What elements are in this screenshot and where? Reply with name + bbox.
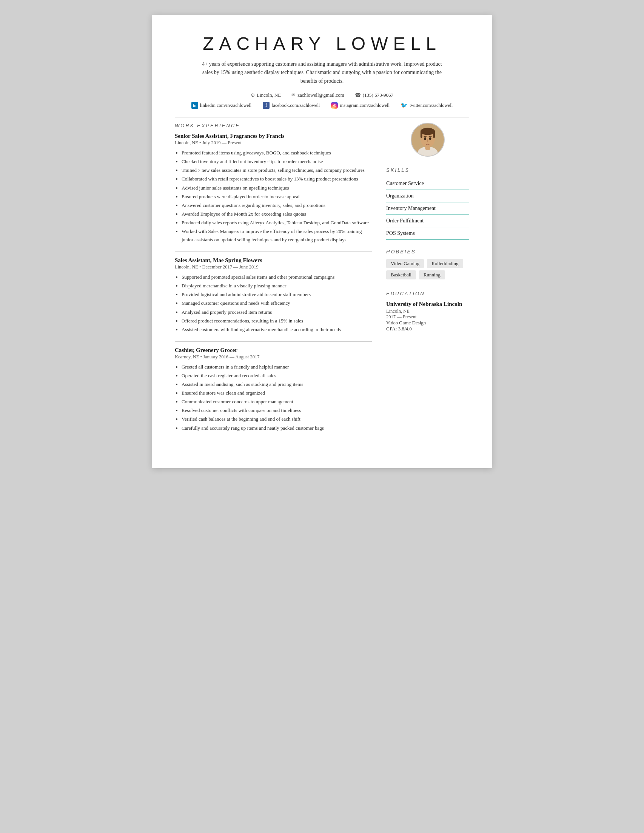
job-title-1: Senior Sales Assistant, Fragrances by Fr… xyxy=(175,133,372,139)
twitter-icon: 🐦 xyxy=(401,102,408,109)
job-dates-3: January 2016 — August 2017 xyxy=(203,354,259,360)
hobby-4: Running xyxy=(419,270,445,280)
facebook-url: facebook.com/zachlowell xyxy=(271,103,320,108)
side-column: SKILLS Customer Service Organization Inv… xyxy=(386,123,469,445)
bullet-2-3: Managed customer questions and needs wit… xyxy=(181,299,372,307)
phone-text: (135) 673-9067 xyxy=(363,92,393,98)
edu-location: Lincoln, NE xyxy=(386,309,469,314)
phone-icon: ☎ xyxy=(355,92,361,98)
location-text: Lincoln, NE xyxy=(257,92,281,98)
bullet-1-5: Ensured products were displayed in order… xyxy=(181,193,372,201)
header-divider xyxy=(175,117,469,117)
bullet-1-8: Produced daily sales reports using Alter… xyxy=(181,219,372,227)
email-icon: ✉ xyxy=(291,92,296,98)
job-block-2: Sales Assistant, Mae Spring Flowers Linc… xyxy=(175,257,372,334)
skills-title: SKILLS xyxy=(386,167,469,173)
job-location-1: Lincoln, NE xyxy=(175,140,198,145)
bullet-3-0: Greeted all customers in a friendly and … xyxy=(181,363,372,371)
bullet-3-2: Assisted in merchandising, such as stock… xyxy=(181,380,372,389)
skill-1: Customer Service xyxy=(386,177,469,190)
bullet-3-5: Resolved customer conflicts with compass… xyxy=(181,406,372,415)
facebook-item: f facebook.com/zachlowell xyxy=(263,102,320,109)
job-block-3: Cashier, Greenery Grocer Kearney, NE • J… xyxy=(175,347,372,433)
bottom-divider xyxy=(175,440,372,440)
linkedin-item: in linkedin.com/in/zachlowell xyxy=(191,102,251,109)
svg-rect-5 xyxy=(421,132,422,138)
twitter-item: 🐦 twitter.com/zachlowell xyxy=(401,102,453,109)
work-experience-title: WORK EXPERIENCE xyxy=(175,123,372,129)
hobbies-section: HOBBIES Video Gaming Rollerblading Baske… xyxy=(386,249,469,282)
job-block-1: Senior Sales Assistant, Fragrances by Fr… xyxy=(175,133,372,244)
bullet-1-3: Collaborated with retail representatives… xyxy=(181,175,372,183)
instagram-url: instagram.com/zachlowell xyxy=(340,103,390,108)
edu-gpa: GPA: 3.8/4.0 xyxy=(386,326,469,332)
edu-university: University of Nebraska Lincoln xyxy=(386,301,469,307)
linkedin-icon: in xyxy=(191,102,198,109)
skill-2: Organization xyxy=(386,190,469,203)
job-title-3: Cashier, Greenery Grocer xyxy=(175,347,372,354)
bullet-2-0: Supported and promoted special sales ite… xyxy=(181,273,372,281)
job-separator-3: • xyxy=(201,354,204,360)
job-dates-2: December 2017 — June 2019 xyxy=(202,264,258,270)
job-meta-2: Lincoln, NE • December 2017 — June 2019 xyxy=(175,264,372,270)
skill-5: POS Systems xyxy=(386,227,469,240)
svg-rect-6 xyxy=(433,132,435,138)
bullet-2-4: Analyzed and properly processed item ret… xyxy=(181,308,372,317)
svg-point-4 xyxy=(421,128,435,135)
social-row: in linkedin.com/in/zachlowell f facebook… xyxy=(175,102,469,109)
facebook-icon: f xyxy=(263,102,270,109)
bullet-2-6: Assisted customers with finding alternat… xyxy=(181,325,372,334)
job-meta-1: Lincoln, NE • July 2019 — Present xyxy=(175,140,372,146)
resume-document: ZACHARY LOWELL 4+ years of experience su… xyxy=(152,15,492,468)
main-column: WORK EXPERIENCE Senior Sales Assistant, … xyxy=(175,123,386,445)
job-dates-1: July 2019 — Present xyxy=(202,140,242,145)
education-section: EDUCATION University of Nebraska Lincoln… xyxy=(386,291,469,332)
job-bullets-2: Supported and promoted special sales ite… xyxy=(181,273,372,334)
summary-text: 4+ years of experience supporting custom… xyxy=(201,60,443,85)
instagram-item: ⊙ instagram.com/zachlowell xyxy=(331,102,390,109)
job-location-2: Lincoln, NE xyxy=(175,264,198,270)
bullet-3-1: Operated the cash register and recorded … xyxy=(181,371,372,380)
bullet-2-5: Offered product recommendations, resulti… xyxy=(181,317,372,325)
skill-3: Inventory Management xyxy=(386,203,469,215)
hobbies-title: HOBBIES xyxy=(386,249,469,254)
edu-dates: 2017 — Present xyxy=(386,314,469,320)
skills-section: SKILLS Customer Service Organization Inv… xyxy=(386,167,469,240)
email-text: zachlowell@gmail.com xyxy=(297,92,344,98)
hobby-3: Basketball xyxy=(386,270,416,280)
avatar xyxy=(411,123,445,157)
avatar-container xyxy=(386,123,469,157)
bullet-1-1: Checked inventory and filled out invento… xyxy=(181,158,372,166)
bullet-2-2: Provided logistical and administrative a… xyxy=(181,290,372,299)
email-item: ✉ zachlowell@gmail.com xyxy=(291,92,344,98)
bullet-3-6: Verified cash balances at the beginning … xyxy=(181,415,372,423)
phone-item: ☎ (135) 673-9067 xyxy=(355,92,393,98)
bullet-3-4: Communicated customer concerns to upper … xyxy=(181,397,372,406)
svg-point-8 xyxy=(429,137,432,140)
job-bullets-3: Greeted all customers in a friendly and … xyxy=(181,363,372,433)
job-title-2: Sales Assistant, Mae Spring Flowers xyxy=(175,257,372,264)
bullet-1-6: Answered customer questions regarding in… xyxy=(181,201,372,209)
job-bullets-1: Promoted featured items using giveaways,… xyxy=(181,149,372,244)
bullet-1-7: Awarded Employee of the Month 2x for exc… xyxy=(181,210,372,218)
job-meta-3: Kearney, NE • January 2016 — August 2017 xyxy=(175,354,372,360)
bullet-1-0: Promoted featured items using giveaways,… xyxy=(181,149,372,157)
education-title: EDUCATION xyxy=(386,291,469,296)
twitter-url: twitter.com/zachlowell xyxy=(410,103,453,108)
edu-major: Video Game Design xyxy=(386,320,469,326)
svg-point-7 xyxy=(424,137,426,140)
linkedin-url: linkedin.com/in/zachlowell xyxy=(200,103,251,108)
contact-row: ⊙ Lincoln, NE ✉ zachlowell@gmail.com ☎ (… xyxy=(175,92,469,98)
bullet-1-4: Advised junior sales assistants on upsel… xyxy=(181,184,372,192)
avatar-image xyxy=(411,123,444,157)
bullet-1-9: Worked with Sales Managers to improve th… xyxy=(181,227,372,244)
location-item: ⊙ Lincoln, NE xyxy=(251,92,281,98)
body-layout: WORK EXPERIENCE Senior Sales Assistant, … xyxy=(175,123,469,445)
location-icon: ⊙ xyxy=(251,92,255,98)
job-location-3: Kearney, NE xyxy=(175,354,199,360)
bullet-2-1: Displayed merchandise in a visually plea… xyxy=(181,282,372,290)
job-divider-1 xyxy=(175,251,372,252)
hobby-2: Rollerblading xyxy=(427,259,463,268)
hobby-1: Video Gaming xyxy=(386,259,424,268)
candidate-name: ZACHARY LOWELL xyxy=(175,33,469,54)
